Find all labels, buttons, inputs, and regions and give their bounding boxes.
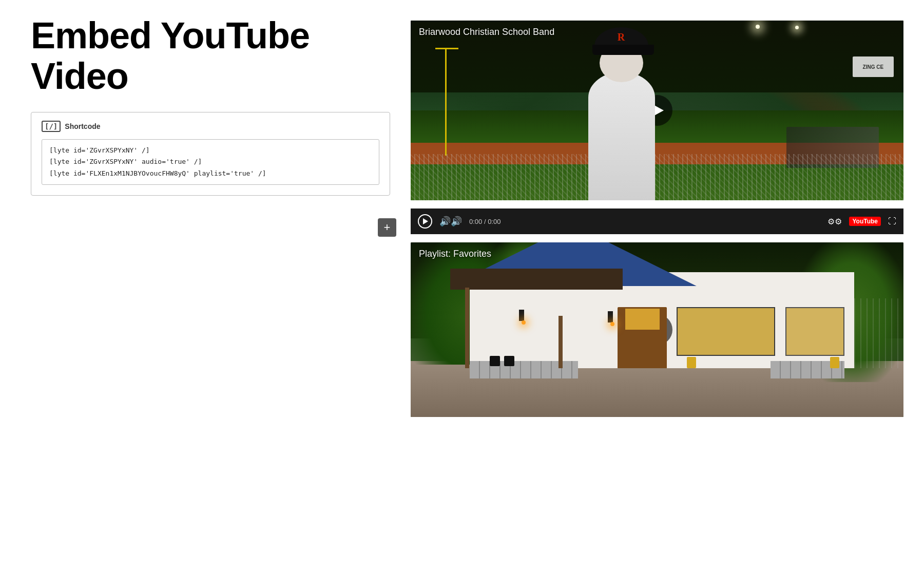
video-1-fullscreen-icon[interactable]: ⛶ (888, 217, 896, 226)
video-1-title: Briarwood Christian School Band (419, 27, 554, 37)
video-1-wrapper: R ZING CE Briarwood Christian School Ban… (411, 21, 903, 200)
video-1-time: 0:00 / 0:00 (469, 218, 500, 225)
add-block-button[interactable]: + (378, 218, 396, 237)
video-1-youtube-badge[interactable]: YouTube (849, 217, 881, 226)
page-title: Embed YouTube Video (31, 15, 390, 97)
shortcode-header: [/] Shortcode (42, 121, 379, 132)
video-2-wrapper: Playlist: Favorites (411, 242, 903, 417)
video-2-thumbnail (411, 242, 903, 417)
shortcode-code-area[interactable]: [lyte id='ZGvrXSPYxNY' /] [lyte id='ZGvr… (42, 139, 379, 184)
video-1-play-control[interactable] (418, 214, 432, 229)
right-panel: R ZING CE Briarwood Christian School Ban… (411, 15, 903, 417)
shortcode-icon: [/] (42, 121, 61, 132)
left-panel: Embed YouTube Video [/] Shortcode [lyte … (31, 15, 390, 417)
video-1-volume-control[interactable]: 🔊 (439, 216, 462, 227)
video-1-settings-icon[interactable]: ⚙ (827, 217, 842, 226)
shortcode-label: Shortcode (65, 122, 100, 130)
shortcode-block: [/] Shortcode [lyte id='ZGvrXSPYxNY' /] … (31, 112, 390, 195)
video-2-title: Playlist: Favorites (419, 249, 491, 259)
video-1-controls: 🔊 0:00 / 0:00 ⚙ YouTube ⛶ (411, 208, 903, 234)
